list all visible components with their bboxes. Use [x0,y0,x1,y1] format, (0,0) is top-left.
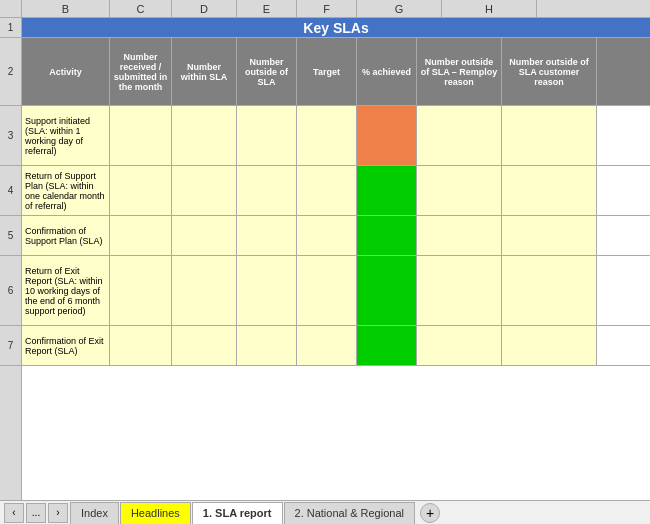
header-num-within: Number within SLA [172,38,237,105]
table-row: Confirmation of Exit Report (SLA) [22,326,650,366]
header-activity: Activity [22,38,110,105]
pct-achieved-3 [357,106,417,165]
header-num-outside: Number outside of SLA [237,38,297,105]
outside-customer-4 [502,166,597,215]
activity-cell-7: Confirmation of Exit Report (SLA) [22,326,110,365]
col-header-g: G [357,0,442,17]
table-row: Return of Support Plan (SLA: within one … [22,166,650,216]
row-num-6: 6 [0,256,21,326]
outside-customer-6 [502,256,597,325]
header-outside-remploy: Number outside of SLA – Remploy reason [417,38,502,105]
header-pct-achieved: % achieved [357,38,417,105]
row-num-4: 4 [0,166,21,216]
target-6 [297,256,357,325]
spreadsheet-title: Key SLAs [303,20,368,36]
num-outside-6 [237,256,297,325]
num-within-6 [172,256,237,325]
table-row: Return of Exit Report (SLA: within 10 wo… [22,256,650,326]
tab-national-regional-label: 2. National & Regional [295,507,404,519]
tab-headlines-label: Headlines [131,507,180,519]
target-7 [297,326,357,365]
num-outside-3 [237,106,297,165]
num-within-4 [172,166,237,215]
tab-add-icon: + [426,505,434,521]
row-num-5: 5 [0,216,21,256]
header-row: Activity Number received / submitted in … [22,38,650,106]
target-5 [297,216,357,255]
activity-cell-3: Support initiated (SLA: within 1 working… [22,106,110,165]
num-within-3 [172,106,237,165]
col-header-e: E [237,0,297,17]
outside-remploy-7 [417,326,502,365]
col-header-d: D [172,0,237,17]
tab-index[interactable]: Index [70,502,119,524]
tab-nav-right[interactable]: › [48,503,68,523]
row-num-2: 2 [0,38,21,106]
num-within-7 [172,326,237,365]
col-header-f: F [297,0,357,17]
num-outside-4 [237,166,297,215]
row-num-7: 7 [0,326,21,366]
target-4 [297,166,357,215]
table-row: Confirmation of Support Plan (SLA) [22,216,650,256]
outside-remploy-6 [417,256,502,325]
activity-cell-4: Return of Support Plan (SLA: within one … [22,166,110,215]
row-numbers: 1 2 3 4 5 6 7 [0,18,22,500]
tab-sla-report[interactable]: 1. SLA report [192,502,283,524]
header-target: Target [297,38,357,105]
corner-cell [0,0,22,17]
tab-index-label: Index [81,507,108,519]
tab-bar: ‹ ... › Index Headlines 1. SLA report 2.… [0,500,650,524]
col-header-b: B [22,0,110,17]
pct-achieved-6 [357,256,417,325]
header-num-received: Number received / submitted in the month [110,38,172,105]
tab-add-button[interactable]: + [420,503,440,523]
col-header-h: H [442,0,537,17]
num-received-3 [110,106,172,165]
pct-achieved-7 [357,326,417,365]
pct-achieved-4 [357,166,417,215]
table-area: Key SLAs Activity Number received / subm… [22,18,650,500]
num-received-7 [110,326,172,365]
col-header-c: C [110,0,172,17]
tab-headlines[interactable]: Headlines [120,502,191,524]
column-headers: B C D E F G H [0,0,650,18]
num-outside-7 [237,326,297,365]
table-row: Support initiated (SLA: within 1 working… [22,106,650,166]
outside-remploy-3 [417,106,502,165]
outside-customer-3 [502,106,597,165]
num-outside-5 [237,216,297,255]
num-received-6 [110,256,172,325]
row-num-1: 1 [0,18,21,38]
activity-cell-5: Confirmation of Support Plan (SLA) [22,216,110,255]
num-received-4 [110,166,172,215]
header-outside-customer: Number outside of SLA customer reason [502,38,597,105]
row-num-3: 3 [0,106,21,166]
num-within-5 [172,216,237,255]
outside-customer-7 [502,326,597,365]
outside-remploy-4 [417,166,502,215]
tab-national-regional[interactable]: 2. National & Regional [284,502,415,524]
target-3 [297,106,357,165]
tab-sla-report-label: 1. SLA report [203,507,272,519]
num-received-5 [110,216,172,255]
outside-remploy-5 [417,216,502,255]
grid-body: 1 2 3 4 5 6 7 Key SLAs Activity Number r… [0,18,650,500]
activity-cell-6: Return of Exit Report (SLA: within 10 wo… [22,256,110,325]
tab-nav-dots[interactable]: ... [26,503,46,523]
pct-achieved-5 [357,216,417,255]
title-row: Key SLAs [22,18,650,38]
outside-customer-5 [502,216,597,255]
spreadsheet: B C D E F G H 1 2 3 4 5 6 7 Key SLAs Act… [0,0,650,524]
tab-nav-left[interactable]: ‹ [4,503,24,523]
